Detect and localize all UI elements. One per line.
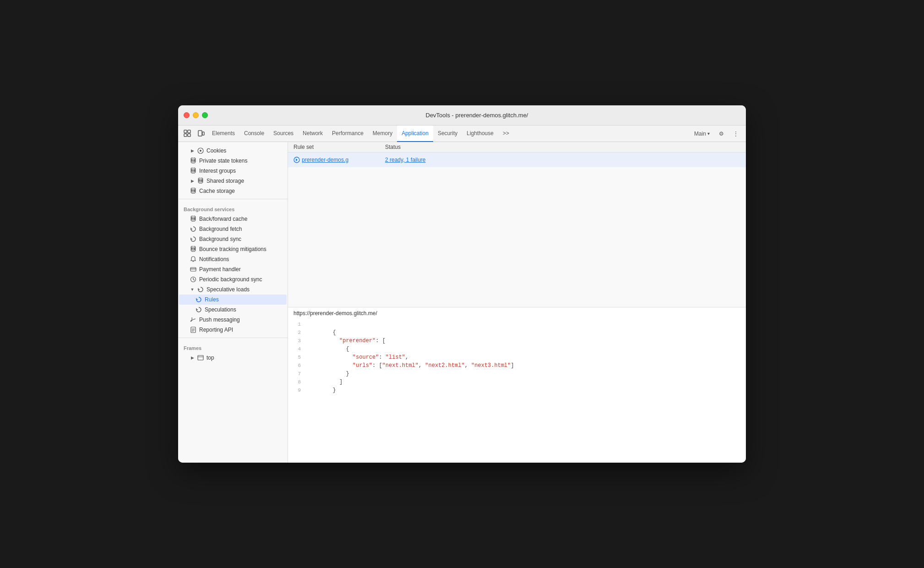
sidebar-item-background-fetch[interactable]: Background fetch [179, 224, 287, 234]
tab-lighthouse[interactable]: Lighthouse [462, 126, 498, 142]
sidebar-item-back-forward-cache[interactable]: Back/forward cache [179, 214, 287, 224]
sidebar-item-label: Payment handler [199, 266, 241, 273]
line-content: { [306, 346, 746, 352]
line-num: 5 [288, 354, 306, 360]
sidebar-item-notifications[interactable]: Notifications [179, 254, 287, 264]
line-num: 6 [288, 362, 306, 368]
tab-security[interactable]: Security [433, 126, 462, 142]
line-content: } [306, 371, 746, 377]
code-line-5: 5 "source": "list", [288, 354, 746, 362]
sidebar-item-cache-storage[interactable]: Cache storage [179, 186, 287, 196]
sidebar-item-cookies[interactable]: ▶ Cookies [179, 146, 287, 156]
svg-point-31 [190, 321, 191, 322]
line-num: 3 [288, 338, 306, 344]
sidebar-item-top[interactable]: ▶ top [179, 353, 287, 363]
cursor-icon [184, 130, 191, 137]
titlebar: DevTools - prerender-demos.glitch.me/ [178, 105, 746, 126]
tab-performance[interactable]: Performance [327, 126, 368, 142]
sidebar-item-label: Background fetch [199, 226, 242, 232]
sidebar-item-reporting-api[interactable]: Reporting API [179, 325, 287, 335]
devtools-window: DevTools - prerender-demos.glitch.me/ El… [178, 105, 746, 463]
line-content: } [306, 387, 746, 393]
sidebar-item-label: Speculations [205, 306, 236, 313]
window-title: DevTools - prerender-demos.glitch.me/ [213, 112, 740, 119]
tab-elements[interactable]: Elements [207, 126, 239, 142]
tab-console[interactable]: Console [239, 126, 269, 142]
sidebar-item-rules[interactable]: Rules [179, 295, 287, 305]
close-button[interactable] [184, 112, 190, 118]
main-dropdown[interactable]: Main ▾ [690, 126, 713, 142]
code-line-3: 3 "prerender": [ [288, 338, 746, 346]
settings-button[interactable]: ⚙ [715, 126, 728, 142]
tab-cursor-icon[interactable] [180, 126, 195, 142]
tab-application[interactable]: Application [397, 126, 433, 142]
sidebar-item-label: Cookies [207, 147, 226, 154]
svg-line-30 [193, 279, 195, 280]
tab-right-controls: Main ▾ ⚙ ⋮ [690, 126, 744, 142]
sidebar-item-speculative-loads[interactable]: ▼ Speculative loads [179, 284, 287, 295]
col-header-ruleset: Rule set [294, 144, 385, 150]
main-content: ▶ Cookies Private state tokens Interest … [178, 142, 746, 463]
tab-device-toolbar[interactable] [195, 126, 207, 142]
sidebar-item-shared-storage[interactable]: ▶ Shared storage [179, 176, 287, 186]
periodic-bg-sync-icon [190, 276, 196, 283]
svg-rect-26 [190, 268, 196, 271]
cache-storage-icon [190, 188, 196, 194]
sidebar-item-label: Shared storage [207, 178, 244, 184]
push-messaging-icon [190, 317, 196, 323]
background-services-label: Background services [178, 202, 288, 214]
expand-arrow-icon: ▶ [190, 148, 195, 153]
tab-memory[interactable]: Memory [368, 126, 397, 142]
sidebar-item-label: Private state tokens [199, 158, 247, 164]
svg-rect-0 [184, 130, 187, 133]
sidebar-item-speculations[interactable]: Speculations [179, 305, 287, 315]
tab-spacer [514, 126, 690, 142]
tab-more[interactable]: >> [498, 126, 514, 142]
traffic-lights [184, 112, 208, 118]
line-content: "prerender": [ [306, 338, 746, 344]
bounce-tracking-icon [190, 246, 196, 252]
sidebar-item-label: Cache storage [199, 188, 235, 194]
line-num: 9 [288, 387, 306, 393]
svg-rect-1 [188, 130, 190, 133]
sidebar-item-push-messaging[interactable]: Push messaging [179, 315, 287, 325]
more-button[interactable]: ⋮ [729, 126, 742, 142]
ruleset-link[interactable]: prerender-demos.g [302, 157, 348, 163]
main-label: Main [694, 131, 706, 137]
status-cell[interactable]: 2 ready, 1 failure [385, 157, 740, 163]
sidebar-item-payment-handler[interactable]: Payment handler [179, 264, 287, 274]
svg-point-7 [200, 150, 201, 152]
minimize-button[interactable] [193, 112, 199, 118]
payment-handler-icon [190, 266, 196, 273]
expand-arrow-icon: ▶ [190, 179, 195, 183]
sidebar-item-interest-groups[interactable]: Interest groups [179, 166, 287, 176]
sidebar-item-label: Interest groups [199, 168, 236, 174]
sidebar-item-bounce-tracking[interactable]: Bounce tracking mitigations [179, 244, 287, 254]
gear-icon: ⚙ [719, 131, 724, 137]
device-icon [197, 130, 205, 137]
rule-table-row[interactable]: prerender-demos.g 2 ready, 1 failure [288, 153, 746, 167]
line-content: { [306, 329, 746, 336]
interest-groups-icon [190, 168, 196, 174]
code-line-8: 8 ] [288, 379, 746, 387]
speculative-loads-icon [197, 286, 204, 293]
sidebar-item-private-state-tokens[interactable]: Private state tokens [179, 156, 287, 166]
url-text: https://prerender-demos.glitch.me/ [294, 310, 377, 317]
tab-network[interactable]: Network [298, 126, 327, 142]
reporting-api-icon [190, 327, 196, 333]
svg-rect-5 [202, 132, 204, 135]
code-area[interactable]: 1 2 { 3 "prerender": [ 4 { [288, 319, 746, 463]
sidebar-divider [178, 199, 288, 199]
sidebar: ▶ Cookies Private state tokens Interest … [178, 142, 288, 463]
rules-icon [196, 296, 202, 303]
maximize-button[interactable] [202, 112, 208, 118]
tab-sources[interactable]: Sources [269, 126, 298, 142]
sidebar-item-periodic-bg-sync[interactable]: Periodic background sync [179, 274, 287, 284]
expand-down-arrow-icon: ▼ [190, 287, 195, 292]
sidebar-item-label: Speculative loads [207, 286, 250, 293]
svg-rect-4 [198, 131, 202, 136]
sidebar-item-background-sync[interactable]: Background sync [179, 234, 287, 244]
ruleset-cell: prerender-demos.g [294, 157, 385, 163]
rule-table-header: Rule set Status [288, 142, 746, 153]
status-link[interactable]: 2 ready, 1 failure [385, 157, 426, 163]
